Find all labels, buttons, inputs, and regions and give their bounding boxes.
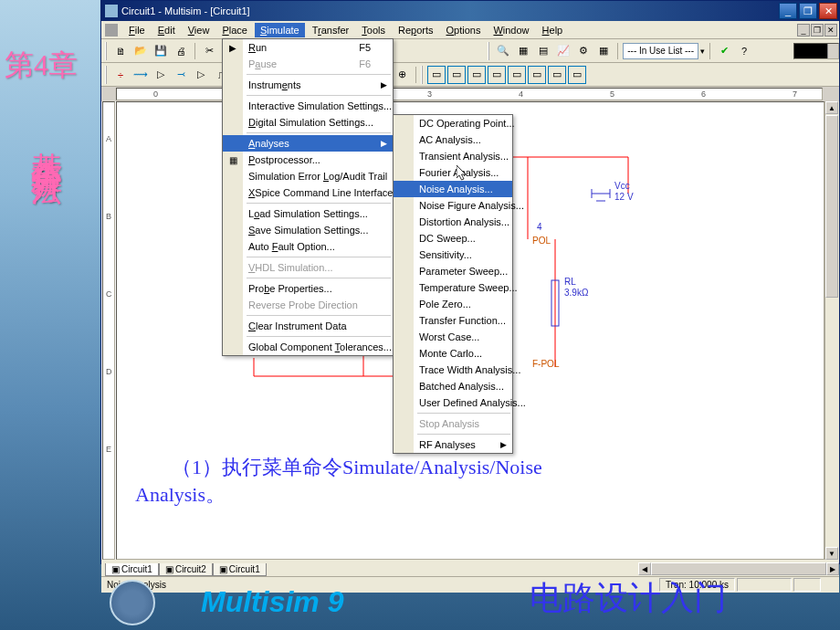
analyses-item-5[interactable]: Noise Figure Analysis...: [394, 197, 512, 214]
cmp-analog[interactable]: ▷: [192, 66, 210, 84]
tb-list[interactable]: ▤: [534, 42, 552, 60]
analyses-item-11[interactable]: Pole Zero...: [394, 296, 512, 312]
simulate-item-24[interactable]: Global Component Tolerances...: [223, 339, 393, 355]
analyses-item-12[interactable]: Transfer Function...: [394, 312, 512, 329]
analyses-item-17[interactable]: User Defined Analysis...: [394, 394, 512, 411]
scroll-thumb-h[interactable]: [651, 562, 826, 575]
tab-circuit2[interactable]: ▣ Circuit2: [159, 563, 213, 576]
cmp-transistor[interactable]: ⤙: [172, 66, 190, 84]
simulate-item-5[interactable]: Interactive Simulation Settings...: [223, 98, 393, 114]
mdi-minimize[interactable]: _: [797, 24, 810, 37]
analyses-item-21[interactable]: RF Analyses▶: [394, 436, 512, 453]
analyses-item-14[interactable]: Monte Carlo...: [394, 345, 512, 362]
app-icon: [105, 5, 118, 17]
chapter-label: 第4章: [5, 46, 78, 86]
analyses-item-19: Stop Analysis: [394, 415, 512, 432]
menu-help[interactable]: Help: [537, 23, 569, 37]
scroll-right-button[interactable]: ▶: [826, 562, 839, 575]
analyses-item-4[interactable]: Noise Analysis...: [394, 181, 512, 197]
menu-simulate[interactable]: Simulate: [255, 23, 305, 37]
tb-print[interactable]: 🖨: [172, 42, 190, 60]
cmp-v6[interactable]: ▭: [528, 66, 546, 84]
simulate-item-3[interactable]: Instruments▶: [223, 77, 393, 93]
scrollbar-horizontal[interactable]: ◀ ▶: [638, 562, 839, 576]
tab-circuit1a[interactable]: ▣ Circuit1: [105, 563, 159, 576]
svg-text:3.9kΩ: 3.9kΩ: [564, 288, 589, 298]
tb-help[interactable]: ?: [735, 42, 753, 60]
maximize-button[interactable]: ❐: [799, 3, 817, 19]
tb-new[interactable]: 🗎: [111, 42, 130, 60]
tb-graph[interactable]: 📈: [554, 42, 572, 60]
mdi-restore[interactable]: ❐: [811, 24, 824, 37]
simulate-item-22[interactable]: Clear Instrument Data: [223, 318, 393, 334]
analyses-item-7[interactable]: DC Sweep...: [394, 230, 512, 247]
mdi-close[interactable]: ✕: [824, 24, 837, 37]
simulate-item-15[interactable]: Auto Fault Option...: [223, 238, 393, 255]
tb-open[interactable]: 📂: [131, 42, 150, 60]
analyses-item-9[interactable]: Parameter Sweep...: [394, 263, 512, 279]
analyses-item-13[interactable]: Worst Case...: [394, 329, 512, 345]
cmp-v2[interactable]: ▭: [447, 66, 466, 84]
analyses-item-10[interactable]: Temperature Sweep...: [394, 279, 512, 296]
menu-window[interactable]: Window: [488, 23, 534, 37]
tb-zoom[interactable]: 🔍: [494, 42, 512, 60]
minimize-button[interactable]: _: [779, 3, 797, 19]
scroll-down-button[interactable]: ▼: [825, 547, 838, 560]
analyses-item-15[interactable]: Trace Width Analysis...: [394, 362, 512, 378]
footer-logo: [110, 580, 155, 625]
analyses-item-6[interactable]: Distortion Analysis...: [394, 214, 512, 230]
menu-tools[interactable]: Tools: [356, 23, 391, 37]
tb-breadb[interactable]: ▦: [594, 42, 613, 60]
cmp-v1[interactable]: ▭: [427, 66, 446, 84]
cmp-v3[interactable]: ▭: [467, 66, 486, 84]
analyses-item-2[interactable]: Transient Analysis...: [394, 148, 512, 164]
scrollbar-vertical[interactable]: ▲ ▼: [824, 101, 839, 560]
menu-transfer[interactable]: Transfer: [307, 23, 355, 37]
menu-file[interactable]: File: [123, 23, 151, 37]
analyses-item-3[interactable]: Fourier Analysis...: [394, 164, 512, 181]
cmp-diode[interactable]: ▷: [152, 66, 170, 84]
analyses-item-16[interactable]: Batched Analysis...: [394, 378, 512, 394]
cmp-source[interactable]: ÷: [111, 66, 130, 84]
analyses-item-1[interactable]: AC Analysis...: [394, 131, 512, 148]
menu-view[interactable]: View: [183, 23, 215, 37]
cmp-basic[interactable]: ⟿: [131, 66, 150, 84]
simulate-item-11[interactable]: XSpice Command Line Interface...: [223, 184, 393, 201]
simulate-item-14[interactable]: Save Simulation Settings...: [223, 222, 393, 238]
status-cell-3: [793, 578, 821, 592]
simulate-item-9[interactable]: ▦Postprocessor...: [223, 152, 393, 168]
rl-symbol: RL 3.9kΩ: [551, 277, 589, 326]
menu-edit[interactable]: Edit: [152, 23, 181, 37]
cmp-em[interactable]: ⊕: [393, 66, 411, 84]
in-use-list-combo[interactable]: --- In Use List ---: [623, 43, 698, 59]
menu-options[interactable]: Options: [441, 23, 487, 37]
scroll-thumb-v[interactable]: [825, 115, 838, 298]
cmp-v7[interactable]: ▭: [548, 66, 566, 84]
scroll-left-button[interactable]: ◀: [638, 562, 651, 575]
tb-db[interactable]: ▦: [514, 42, 532, 60]
simulate-item-10[interactable]: Simulation Error Log/Audit Trail: [223, 168, 393, 184]
simulate-item-8[interactable]: Analyses▶: [223, 135, 393, 152]
simulate-item-6[interactable]: Digital Simulation Settings...: [223, 114, 393, 131]
tab-circuit1b[interactable]: ▣ Circuit1: [213, 563, 267, 576]
simulate-item-13[interactable]: Load Simulation Settings...: [223, 205, 393, 222]
simulate-item-19[interactable]: Probe Properties...: [223, 280, 393, 297]
tb-save[interactable]: 💾: [152, 42, 170, 60]
close-button[interactable]: ✕: [819, 3, 837, 19]
toolbar-2: ÷ ⟿ ▷ ⤙ ▷ ⎍ ⎍ ▣ ◈ ◉ ⚡ ▤ ⬚ ⟰ ⊕ ▭ ▭ ▭ ▭ ▭ …: [101, 63, 839, 87]
tb-cut[interactable]: ✂: [200, 42, 218, 60]
tb-post[interactable]: ⚙: [574, 42, 593, 60]
mdi-icon[interactable]: [105, 24, 118, 37]
run-switch[interactable]: [793, 43, 839, 59]
simulate-item-0[interactable]: ▶RunF5: [223, 39, 393, 56]
cmp-v8[interactable]: ▭: [568, 66, 586, 84]
analyses-item-8[interactable]: Sensitivity...: [394, 247, 512, 263]
tb-check[interactable]: ✔: [715, 42, 733, 60]
menu-place[interactable]: Place: [216, 23, 253, 37]
instruction-line1: （1）执行菜单命令Simulate/Analysis/Noise: [172, 454, 542, 481]
menu-reports[interactable]: Reports: [393, 23, 439, 37]
cmp-v4[interactable]: ▭: [488, 66, 506, 84]
analyses-item-0[interactable]: DC Operating Point...: [394, 115, 512, 131]
scroll-up-button[interactable]: ▲: [825, 101, 838, 114]
cmp-v5[interactable]: ▭: [508, 66, 526, 84]
